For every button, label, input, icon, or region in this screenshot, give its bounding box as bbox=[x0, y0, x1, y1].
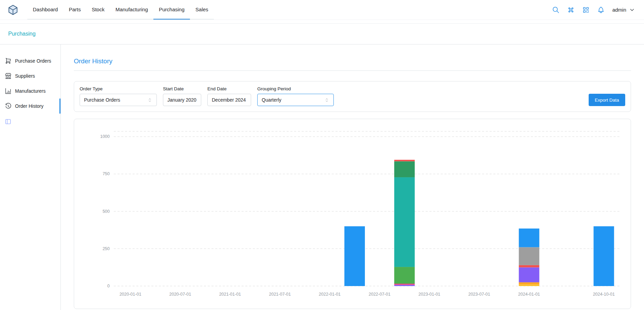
sidebar-item-order-history[interactable]: Order History bbox=[0, 99, 60, 114]
tab-sales[interactable]: Sales bbox=[190, 0, 214, 20]
sidebar-item-suppliers[interactable]: Suppliers bbox=[0, 68, 60, 83]
scan-icon[interactable] bbox=[582, 6, 590, 14]
svg-text:2022-07-01: 2022-07-01 bbox=[369, 292, 390, 297]
grouping-period-field: Grouping Period Quarterly bbox=[257, 86, 334, 106]
grouping-period-select[interactable]: Quarterly bbox=[257, 94, 334, 106]
svg-text:500: 500 bbox=[102, 209, 110, 214]
svg-text:2020-07-01: 2020-07-01 bbox=[169, 292, 191, 297]
svg-text:2024-10-01: 2024-10-01 bbox=[593, 292, 615, 297]
svg-text:2023-07-01: 2023-07-01 bbox=[468, 292, 490, 297]
end-date-input[interactable] bbox=[207, 94, 251, 106]
top-navbar: Dashboard Parts Stock Manufacturing Purc… bbox=[0, 0, 644, 20]
app-logo[interactable] bbox=[8, 4, 18, 15]
page-title: Order History bbox=[74, 57, 631, 65]
search-icon[interactable] bbox=[552, 6, 560, 14]
sidebar-item-label: Manufacturers bbox=[15, 88, 45, 94]
sidebar-item-label: Order History bbox=[15, 103, 43, 109]
username: admin bbox=[612, 7, 626, 13]
start-date-label: Start Date bbox=[163, 86, 201, 91]
svg-text:1000: 1000 bbox=[100, 134, 110, 139]
command-icon[interactable] bbox=[567, 6, 575, 14]
chevron-down-icon bbox=[629, 7, 635, 13]
svg-text:750: 750 bbox=[102, 171, 110, 176]
svg-text:250: 250 bbox=[102, 246, 110, 251]
grouping-period-value: Quarterly bbox=[262, 97, 282, 103]
end-date-field: End Date bbox=[207, 86, 251, 106]
start-date-input[interactable] bbox=[163, 94, 201, 106]
start-date-field: Start Date bbox=[163, 86, 201, 106]
order-type-field: Order Type Purchase Orders bbox=[80, 86, 157, 106]
building-store-icon bbox=[5, 73, 12, 79]
end-date-label: End Date bbox=[207, 86, 251, 91]
chart-histogram-icon bbox=[5, 88, 12, 94]
svg-text:2023-01-01: 2023-01-01 bbox=[419, 292, 440, 297]
sidebar-item-manufacturers[interactable]: Manufacturers bbox=[0, 83, 60, 99]
order-type-select[interactable]: Purchase Orders bbox=[80, 94, 157, 106]
title-divider bbox=[74, 70, 631, 71]
order-type-label: Order Type bbox=[80, 86, 157, 91]
tab-dashboard[interactable]: Dashboard bbox=[27, 0, 63, 20]
sidebar-item-label: Suppliers bbox=[15, 73, 35, 79]
svg-text:2021-01-01: 2021-01-01 bbox=[219, 292, 241, 297]
filter-panel: Order Type Purchase Orders Start Date En… bbox=[74, 81, 631, 112]
main-tabs: Dashboard Parts Stock Manufacturing Purc… bbox=[27, 0, 214, 20]
svg-text:2022-01-01: 2022-01-01 bbox=[319, 292, 341, 297]
svg-text:2024-01-01: 2024-01-01 bbox=[518, 292, 540, 297]
tab-manufacturing[interactable]: Manufacturing bbox=[110, 0, 153, 20]
breadcrumb-bar: Purchasing bbox=[0, 23, 644, 44]
user-menu[interactable]: admin bbox=[612, 7, 635, 13]
order-type-value: Purchase Orders bbox=[84, 97, 120, 103]
navbar-actions: admin bbox=[552, 0, 636, 20]
chart-card: 025050075010002020-01-012020-07-012021-0… bbox=[74, 119, 631, 309]
sidebar: Purchase Orders Suppliers Manufacturers … bbox=[0, 44, 61, 310]
export-data-button[interactable]: Export Data bbox=[589, 94, 625, 106]
shopping-cart-icon bbox=[5, 57, 12, 64]
svg-text:2021-07-01: 2021-07-01 bbox=[269, 292, 291, 297]
order-history-chart: 025050075010002020-01-012020-07-012021-0… bbox=[77, 122, 628, 306]
tab-stock[interactable]: Stock bbox=[86, 0, 110, 20]
main-panel: Order History Order Type Purchase Orders… bbox=[61, 44, 644, 310]
history-icon bbox=[5, 103, 12, 109]
tab-purchasing[interactable]: Purchasing bbox=[153, 0, 190, 20]
chevron-up-down-icon bbox=[147, 98, 152, 103]
tab-parts[interactable]: Parts bbox=[63, 0, 86, 20]
svg-text:2020-01-01: 2020-01-01 bbox=[120, 292, 141, 297]
grouping-period-label: Grouping Period bbox=[257, 86, 334, 91]
breadcrumb[interactable]: Purchasing bbox=[8, 31, 36, 37]
svg-text:0: 0 bbox=[107, 284, 110, 288]
bell-icon[interactable] bbox=[597, 6, 605, 14]
sidebar-item-label: Purchase Orders bbox=[15, 58, 51, 64]
sidebar-collapse-icon[interactable] bbox=[5, 118, 60, 125]
sidebar-item-purchase-orders[interactable]: Purchase Orders bbox=[0, 53, 60, 68]
chevron-up-down-icon bbox=[324, 98, 329, 103]
